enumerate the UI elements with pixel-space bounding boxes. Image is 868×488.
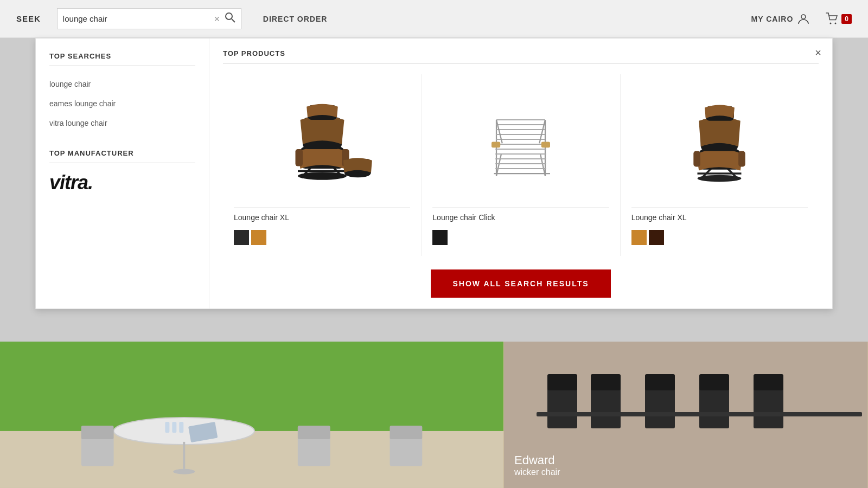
svg-point-31 <box>835 22 837 24</box>
swatch-dark[interactable] <box>234 230 249 245</box>
vitra-brand: vitra. <box>49 171 93 194</box>
header: SEEK ✕ DIRECT ORDER MY CAIRO 0 <box>0 0 868 38</box>
svg-rect-21 <box>645 374 675 390</box>
svg-rect-37 <box>295 149 303 166</box>
product-card-1[interactable]: Lounge chair XL <box>223 74 422 256</box>
dropdown-left-panel: TOP SEARCHES lounge chair eames lounge c… <box>36 38 209 309</box>
svg-rect-1 <box>0 342 503 431</box>
direct-order-link[interactable]: DIRECT ORDER <box>263 15 328 23</box>
top-searches-title: TOP SEARCHES <box>49 52 195 66</box>
svg-rect-11 <box>298 436 330 466</box>
close-button[interactable]: × <box>815 47 821 59</box>
suggestion-lounge-chair[interactable]: lounge chair <box>49 74 195 94</box>
show-results-button[interactable]: SHOW ALL SEARCH RESULTS <box>431 269 610 298</box>
svg-rect-62 <box>541 142 550 148</box>
svg-rect-61 <box>492 142 500 148</box>
svg-line-28 <box>232 19 235 22</box>
cart-button[interactable]: 0 <box>826 12 852 25</box>
svg-point-42 <box>347 172 369 177</box>
my-cairo-label: MY CAIRO <box>751 15 794 23</box>
products-grid: Lounge chair XL <box>223 74 819 256</box>
swatch-tan-2[interactable] <box>631 230 647 245</box>
top-products-title: TOP PRODUCTS <box>223 49 819 63</box>
bg-left-image <box>0 342 503 488</box>
svg-rect-9 <box>81 436 114 466</box>
svg-point-2 <box>114 418 254 445</box>
swatches-2 <box>432 230 609 245</box>
svg-line-47 <box>540 154 545 176</box>
product-name-2: Lounge chair Click <box>432 207 609 222</box>
svg-point-30 <box>830 22 832 24</box>
swatches-3 <box>631 230 808 245</box>
person-icon <box>797 13 809 25</box>
search-dropdown: TOP SEARCHES lounge chair eames lounge c… <box>35 38 833 309</box>
seek-label: SEEK <box>16 14 41 23</box>
product-image-1 <box>234 80 410 199</box>
product-name-1: Lounge chair XL <box>234 207 410 222</box>
top-manufacturer-title: TOP MANUFACTURER <box>49 149 195 163</box>
svg-rect-18 <box>591 385 621 428</box>
bg-right-image: Edward wicker chair <box>503 342 868 488</box>
svg-rect-23 <box>699 374 729 390</box>
suggestion-vitra-lounge-chair[interactable]: vitra lounge chair <box>49 113 195 133</box>
search-input[interactable] <box>63 14 209 23</box>
clear-icon[interactable]: ✕ <box>214 15 220 23</box>
svg-rect-68 <box>694 151 701 167</box>
swatches-1 <box>234 230 410 245</box>
product-image-2 <box>432 80 609 199</box>
svg-rect-13 <box>390 436 422 466</box>
svg-point-8 <box>173 469 195 474</box>
chair-label: Edward wicker chair <box>514 453 560 477</box>
product-name-3: Lounge chair XL <box>631 207 808 222</box>
search-icon[interactable] <box>225 12 235 25</box>
svg-rect-4 <box>172 422 176 433</box>
my-cairo-link[interactable]: MY CAIRO <box>751 13 810 25</box>
svg-rect-22 <box>699 385 729 428</box>
manufacturer-section: TOP MANUFACTURER vitra. <box>49 149 195 194</box>
product-card-2[interactable]: Lounge chair Click <box>422 74 620 256</box>
svg-rect-3 <box>165 422 169 433</box>
cart-count: 0 <box>841 14 852 24</box>
dropdown-right-panel: TOP PRODUCTS × <box>209 38 832 309</box>
suggestion-eames-lounge-chair[interactable]: eames lounge chair <box>49 94 195 113</box>
search-box[interactable]: ✕ <box>57 8 241 29</box>
svg-rect-5 <box>179 422 183 433</box>
svg-rect-16 <box>547 385 577 428</box>
svg-line-46 <box>496 154 501 176</box>
product-card-3[interactable]: Lounge chair XL <box>621 74 819 256</box>
svg-rect-26 <box>537 412 862 416</box>
product-image-3 <box>631 80 808 199</box>
svg-rect-69 <box>738 151 745 167</box>
svg-rect-25 <box>754 374 783 390</box>
svg-rect-24 <box>754 385 783 428</box>
swatch-dark-brown[interactable] <box>649 230 664 245</box>
swatch-black[interactable] <box>432 230 448 245</box>
swatch-tan[interactable] <box>251 230 266 245</box>
svg-point-27 <box>226 13 232 20</box>
svg-point-29 <box>801 15 806 19</box>
svg-rect-19 <box>591 374 621 390</box>
svg-rect-0 <box>0 428 503 488</box>
svg-rect-12 <box>298 426 330 439</box>
svg-rect-10 <box>81 426 114 439</box>
svg-rect-14 <box>390 426 422 439</box>
cart-icon <box>826 12 839 25</box>
svg-rect-17 <box>547 374 577 390</box>
header-right: MY CAIRO 0 <box>751 12 852 25</box>
vitra-logo[interactable]: vitra. <box>49 171 195 194</box>
svg-rect-20 <box>645 385 675 428</box>
